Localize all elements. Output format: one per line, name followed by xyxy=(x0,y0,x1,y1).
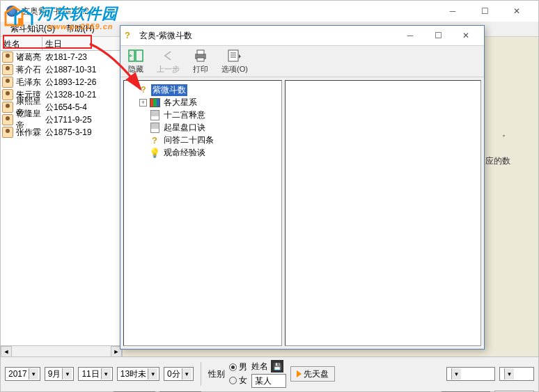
minute-combo[interactable]: 0分▼ xyxy=(164,367,194,381)
person-dob: 公1328-10-21 xyxy=(44,89,122,101)
dropdown-icon: ▼ xyxy=(504,368,514,379)
help-toolbar: 隐藏 上一步 打印 选项(O) xyxy=(120,45,484,77)
month-value: 9月 xyxy=(47,368,63,380)
tree-node[interactable]: 十二宫释意 xyxy=(127,109,279,121)
options-icon xyxy=(226,48,243,63)
person-dob: 公1654-5-4 xyxy=(44,102,122,113)
minimize-button[interactable]: ─ xyxy=(437,1,469,22)
expand-icon[interactable]: + xyxy=(139,99,147,107)
scroll-left-icon[interactable]: ◄ xyxy=(1,346,12,357)
page-icon xyxy=(149,110,160,120)
save-icon[interactable]: 💾 xyxy=(271,360,283,373)
help-topic-icon: ? xyxy=(138,85,149,95)
person-row[interactable]: 乾隆皇帝公1711-9-25 xyxy=(1,113,122,126)
help-minimize-button[interactable]: ─ xyxy=(396,26,424,45)
close-button[interactable]: ✕ xyxy=(501,1,533,22)
chart-button[interactable]: 先天盘 xyxy=(290,366,335,382)
help-maximize-button[interactable]: ☐ xyxy=(424,26,452,45)
person-list-panel: 姓名 生日 诸葛亮农181-7-23蒋介石公1887-10-31毛泽东公1893… xyxy=(1,37,123,356)
hide-button[interactable]: 隐藏 xyxy=(127,48,144,75)
person-dob: 农181-7-23 xyxy=(44,52,122,63)
help-title: 玄奥-紫微斗数 xyxy=(139,30,192,42)
year-value: 2017 xyxy=(7,369,29,379)
svg-rect-4 xyxy=(197,58,204,61)
tree-node[interactable]: 起星盘口诀 xyxy=(127,121,279,134)
avatar-icon xyxy=(2,77,13,88)
maximize-button[interactable]: ☐ xyxy=(469,1,501,22)
bulb-icon: 💡 xyxy=(149,148,160,157)
avatar-icon xyxy=(2,102,13,113)
day-combo[interactable]: 11日▼ xyxy=(78,367,112,381)
gender-female-radio[interactable]: 女 xyxy=(229,375,247,386)
person-dob: 公1893-12-26 xyxy=(44,77,122,88)
separator xyxy=(201,362,201,386)
hour-combo[interactable]: 13时未▼ xyxy=(117,367,159,381)
dropdown-icon: ▼ xyxy=(62,368,72,379)
tree-label: 观命经验谈 xyxy=(162,147,207,159)
person-name: 毛泽东 xyxy=(15,77,44,88)
person-name: 蒋介石 xyxy=(15,64,44,76)
scroll-track[interactable] xyxy=(12,346,111,356)
person-row[interactable]: 毛泽东公1893-12-26 xyxy=(1,76,122,88)
back-icon xyxy=(160,48,177,63)
tree-node[interactable]: +各大星系 xyxy=(127,96,279,109)
menu-knowledge[interactable]: 紫斗知识(S) xyxy=(5,22,61,36)
topic-tree[interactable]: ?紫微斗数+各大星系十二宫释意起星盘口诀?问答二十四条💡观命经验谈 xyxy=(123,80,282,346)
tree-label: 各大星系 xyxy=(162,97,198,109)
topic-content xyxy=(285,80,481,346)
gender-label: 性别 xyxy=(208,368,225,380)
avatar-icon xyxy=(2,114,13,125)
svg-rect-5 xyxy=(228,50,238,61)
main-titlebar: 玄奥紫斗推命V3.2 ─ ☐ ✕ xyxy=(1,1,538,22)
person-name: 张作霖 xyxy=(15,127,44,139)
play-icon xyxy=(297,370,302,377)
main-window-controls: ─ ☐ ✕ xyxy=(437,1,533,22)
person-rows: 诸葛亮农181-7-23蒋介石公1887-10-31毛泽东公1893-12-26… xyxy=(1,51,122,345)
question-icon: ? xyxy=(149,135,160,145)
help-icon xyxy=(125,30,136,41)
person-name: 诸葛亮 xyxy=(15,52,44,63)
help-window: 玄奥-紫微斗数 ─ ☐ ✕ 隐藏 上一步 打印 选项(O) ?紫微斗数+各大星系… xyxy=(120,25,485,350)
back-button: 上一步 xyxy=(157,48,180,75)
h-scrollbar[interactable]: ◄ ► xyxy=(1,345,122,356)
tree-node[interactable]: 💡观命经验谈 xyxy=(127,146,279,159)
svg-rect-3 xyxy=(197,50,204,54)
col-name[interactable]: 姓名 xyxy=(1,37,42,50)
print-icon xyxy=(192,48,209,63)
tree-label: 问答二十四条 xyxy=(162,134,215,146)
tree-node[interactable]: ?紫微斗数 xyxy=(127,84,279,96)
tree-label: 紫微斗数 xyxy=(151,84,187,96)
main-title: 玄奥紫斗推命V3.2 xyxy=(22,6,437,17)
print-button[interactable]: 打印 xyxy=(192,48,209,75)
extra-combo-1[interactable]: ▼ xyxy=(446,367,495,381)
tree-label: 起星盘口诀 xyxy=(162,122,207,134)
svg-rect-1 xyxy=(136,50,143,61)
month-combo[interactable]: 9月▼ xyxy=(45,367,75,381)
help-body: ?紫微斗数+各大星系十二宫释意起星盘口诀?问答二十四条💡观命经验谈 xyxy=(120,77,484,349)
dropdown-icon: ▼ xyxy=(29,368,38,379)
avatar-icon xyxy=(2,64,13,75)
person-row[interactable]: 蒋介石公1887-10-31 xyxy=(1,63,122,76)
name-label: 姓名 xyxy=(251,361,268,373)
avatar-icon xyxy=(2,52,13,63)
dropdown-icon: ▼ xyxy=(148,368,157,379)
person-row[interactable]: 张作霖公1875-3-19 xyxy=(1,126,122,139)
avatar-icon xyxy=(2,89,13,100)
help-window-controls: ─ ☐ ✕ xyxy=(396,26,480,45)
help-close-button[interactable]: ✕ xyxy=(452,26,480,45)
name-input[interactable]: 某人 xyxy=(251,374,286,388)
gender-male-radio[interactable]: 男 xyxy=(229,361,247,373)
person-row[interactable]: 诸葛亮农181-7-23 xyxy=(1,51,122,63)
person-dob: 公1875-3-19 xyxy=(44,127,122,139)
hint-text-1: 。 xyxy=(502,127,510,139)
hour-value: 13时未 xyxy=(119,368,148,380)
extra-combo-2[interactable]: ▼ xyxy=(499,367,534,381)
hide-icon xyxy=(127,48,144,63)
year-combo[interactable]: 2017▼ xyxy=(5,367,40,381)
tree-node[interactable]: ?问答二十四条 xyxy=(127,134,279,146)
menu-help[interactable]: 帮助(H) xyxy=(61,22,100,36)
col-dob[interactable]: 生日 xyxy=(42,37,122,50)
person-dob: 公1711-9-25 xyxy=(44,114,122,126)
options-button[interactable]: 选项(O) xyxy=(221,48,248,75)
hint-text-2: 应的数 xyxy=(485,155,510,167)
